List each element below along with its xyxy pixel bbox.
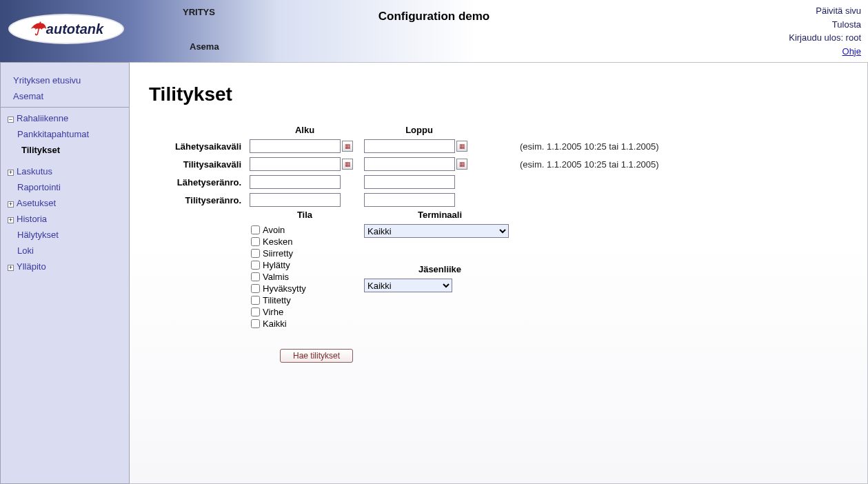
logout-link[interactable]: Kirjaudu ulos: root xyxy=(789,31,861,45)
send-batch-start-input[interactable] xyxy=(250,175,341,189)
terminal-select[interactable]: Kaikki xyxy=(364,224,509,238)
status-head: Tila xyxy=(250,210,360,220)
status-option-kaikki[interactable]: Kaikki xyxy=(250,318,360,330)
calendar-icon[interactable]: ▦ xyxy=(342,141,353,152)
calendar-icon[interactable]: ▦ xyxy=(456,141,467,152)
member-head: Jäsenliike xyxy=(364,264,516,274)
header: ☂ autotank YRITYS Asema Configuration de… xyxy=(0,0,868,62)
label-settle-interval: Tilitysaikaväli xyxy=(149,159,245,170)
refresh-link[interactable]: Päivitä sivu xyxy=(789,4,861,18)
sidebar-group-rahaliikenne[interactable]: −Rahaliikenne xyxy=(1,110,129,126)
col-head-end: Loppu xyxy=(364,125,474,135)
collapse-icon: − xyxy=(8,117,14,123)
checkbox-hylatty[interactable] xyxy=(251,261,260,270)
col-head-start: Alku xyxy=(250,125,360,135)
expand-icon: + xyxy=(8,217,14,223)
expand-icon: + xyxy=(8,170,14,176)
checkbox-kaikki[interactable] xyxy=(251,319,260,328)
checkbox-avoin[interactable] xyxy=(251,225,260,234)
label-send-batch: Lähetyseränro. xyxy=(149,177,245,188)
member-select[interactable]: Kaikki xyxy=(364,279,452,292)
status-option-siirretty[interactable]: Siirretty xyxy=(250,248,360,259)
sidebar-group-historia[interactable]: +Historia xyxy=(1,211,129,227)
send-interval-end-input[interactable] xyxy=(364,139,455,153)
main-content: Tilitykset Alku Loppu Lähetysaikaväli ▦ … xyxy=(130,62,868,484)
checkbox-virhe[interactable] xyxy=(251,307,260,316)
settle-interval-end-input[interactable] xyxy=(364,157,455,171)
header-station-label: Asema xyxy=(190,41,219,52)
checkbox-kesken[interactable] xyxy=(251,237,260,246)
status-checklist: Avoin Kesken Siirretty Hylätty Valmis Hy… xyxy=(250,224,360,330)
calendar-icon[interactable]: ▦ xyxy=(456,159,467,170)
status-option-avoin[interactable]: Avoin xyxy=(250,224,360,236)
sidebar-item-halytykset[interactable]: Hälytykset xyxy=(1,227,129,243)
sidebar-item-company-home[interactable]: Yrityksen etusivu xyxy=(1,72,129,88)
header-right-links: Päivitä sivu Tulosta Kirjaudu ulos: root… xyxy=(789,4,861,58)
checkbox-hyvaksytty[interactable] xyxy=(251,284,260,293)
page-context-title: Configuration demo xyxy=(0,10,868,23)
filter-form: Alku Loppu Lähetysaikaväli ▦ ▦ (esim. 1.… xyxy=(149,125,848,207)
status-option-hylatty[interactable]: Hylätty xyxy=(250,259,360,271)
status-option-hyvaksytty[interactable]: Hyväksytty xyxy=(250,283,360,294)
sidebar: Yrityksen etusivu Asemat −Rahaliikenne P… xyxy=(0,62,130,484)
sidebar-group-laskutus[interactable]: +Laskutus xyxy=(1,163,129,179)
sidebar-group-yllapito[interactable]: +Ylläpito xyxy=(1,259,129,274)
settle-batch-end-input[interactable] xyxy=(364,193,455,207)
sidebar-item-raportointi[interactable]: Raportointi xyxy=(1,179,129,195)
sidebar-divider xyxy=(1,107,129,108)
status-option-tilitetty[interactable]: Tilitetty xyxy=(250,294,360,306)
settle-batch-start-input[interactable] xyxy=(250,193,341,207)
status-option-virhe[interactable]: Virhe xyxy=(250,306,360,318)
send-batch-end-input[interactable] xyxy=(364,175,455,189)
checkbox-tilitetty[interactable] xyxy=(251,296,260,305)
sidebar-item-tilitykset[interactable]: Tilitykset xyxy=(1,142,129,158)
settle-interval-start-input[interactable] xyxy=(250,157,341,171)
sidebar-group-asetukset[interactable]: +Asetukset xyxy=(1,195,129,211)
checkbox-valmis[interactable] xyxy=(251,272,260,281)
expand-icon: + xyxy=(8,265,14,271)
calendar-icon[interactable]: ▦ xyxy=(342,159,353,170)
sidebar-item-loki[interactable]: Loki xyxy=(1,243,129,259)
fetch-button[interactable]: Hae tilitykset xyxy=(280,349,353,363)
label-send-interval: Lähetysaikaväli xyxy=(149,141,245,152)
expand-icon: + xyxy=(8,201,14,208)
print-link[interactable]: Tulosta xyxy=(789,18,861,32)
help-link[interactable]: Ohje xyxy=(842,46,861,57)
label-settle-batch: Tilityseränro. xyxy=(149,195,245,205)
page-title: Tilitykset xyxy=(149,83,848,105)
status-option-valmis[interactable]: Valmis xyxy=(250,271,360,283)
status-option-kesken[interactable]: Kesken xyxy=(250,236,360,248)
checkbox-siirretty[interactable] xyxy=(251,249,260,258)
terminal-head: Terminaali xyxy=(364,210,516,220)
send-interval-start-input[interactable] xyxy=(250,139,341,153)
hint-send: (esim. 1.1.2005 10:25 tai 1.1.2005) xyxy=(478,141,672,152)
sidebar-item-stations[interactable]: Asemat xyxy=(1,88,129,104)
hint-settle: (esim. 1.1.2005 10:25 tai 1.1.2005) xyxy=(478,159,672,170)
sidebar-item-pankkitapahtumat[interactable]: Pankkitapahtumat xyxy=(1,126,129,142)
